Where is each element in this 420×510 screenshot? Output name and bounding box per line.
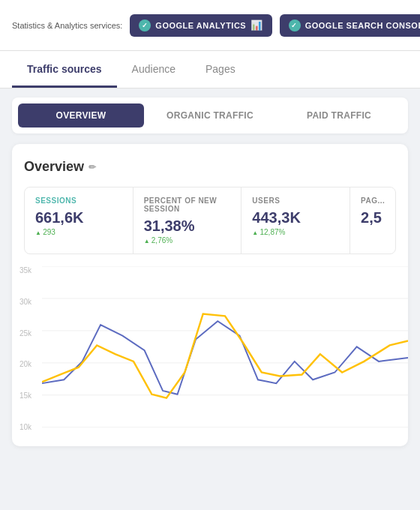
tab-pages[interactable]: Pages: [190, 51, 250, 88]
tab-traffic-sources[interactable]: Traffic sources: [12, 51, 117, 88]
content-area: OVERVIEW ORGANIC TRAFFIC PAID TRAFFIC Ov…: [0, 88, 420, 455]
sessions-label: SESSIONS: [35, 196, 122, 205]
sessions-value: 661,6K: [35, 209, 122, 226]
check-icon-gsc: [289, 20, 301, 32]
metric-users: USERS 443,3K 12,87%: [242, 188, 350, 254]
blue-line: [42, 321, 408, 394]
users-value: 443,3K: [252, 209, 339, 226]
y-label-15k: 15k: [20, 392, 32, 400]
services-label: Statistics & Analytics services:: [12, 21, 122, 30]
chart-area: 35k 30k 25k 20k 15k 10k: [12, 266, 408, 446]
users-change: 12,87%: [252, 228, 339, 236]
overview-card: Overview ✏ SESSIONS 661,6K 293 PERCENT O…: [12, 144, 408, 446]
pageviews-label: PAG...: [361, 196, 385, 205]
y-label-35k: 35k: [20, 266, 32, 274]
main-tabs: Traffic sources Audience Pages: [0, 51, 420, 88]
y-label-10k: 10k: [20, 423, 32, 431]
services-section: Statistics & Analytics services: GOOGLE …: [12, 14, 420, 37]
metric-sessions: SESSIONS 661,6K 293: [25, 188, 134, 254]
percent-change: 2,76%: [144, 236, 231, 244]
sub-tab-overview[interactable]: OVERVIEW: [18, 104, 144, 128]
metric-pageviews: PAG... 2,5: [350, 188, 395, 254]
sub-tabs: OVERVIEW ORGANIC TRAFFIC PAID TRAFFIC: [12, 98, 408, 134]
check-icon-ga: [139, 20, 151, 32]
google-analytics-button[interactable]: GOOGLE ANALYTICS 📊: [130, 14, 272, 37]
metric-percent-new: PERCENT OF NEW SESSION 31,38% 2,76%: [134, 188, 242, 254]
pageviews-value: 2,5: [361, 209, 385, 226]
tab-audience[interactable]: Audience: [117, 51, 190, 88]
sub-tab-organic-traffic[interactable]: ORGANIC TRAFFIC: [147, 104, 273, 128]
edit-icon[interactable]: ✏: [88, 162, 96, 172]
users-label: USERS: [252, 196, 339, 205]
top-bar: Statistics & Analytics services: GOOGLE …: [0, 0, 420, 51]
overview-title: Overview ✏: [24, 159, 396, 175]
metrics-row: SESSIONS 661,6K 293 PERCENT OF NEW SESSI…: [24, 187, 396, 254]
y-label-20k: 20k: [20, 360, 32, 368]
google-search-console-button[interactable]: GOOGLE SEARCH CONSOLE G: [280, 14, 420, 37]
analytics-icon: 📊: [250, 20, 263, 31]
percent-value: 31,38%: [144, 218, 231, 235]
sessions-change: 293: [35, 228, 122, 236]
percent-label: PERCENT OF NEW SESSION: [144, 196, 231, 213]
sub-tab-paid-traffic[interactable]: PAID TRAFFIC: [276, 104, 402, 128]
line-chart: [42, 266, 408, 428]
google-analytics-label: GOOGLE ANALYTICS: [155, 21, 246, 30]
google-search-console-label: GOOGLE SEARCH CONSOLE: [305, 21, 420, 30]
y-label-30k: 30k: [20, 298, 32, 306]
y-label-25k: 25k: [20, 329, 32, 338]
chart-y-labels: 35k 30k 25k 20k 15k 10k: [20, 266, 32, 431]
